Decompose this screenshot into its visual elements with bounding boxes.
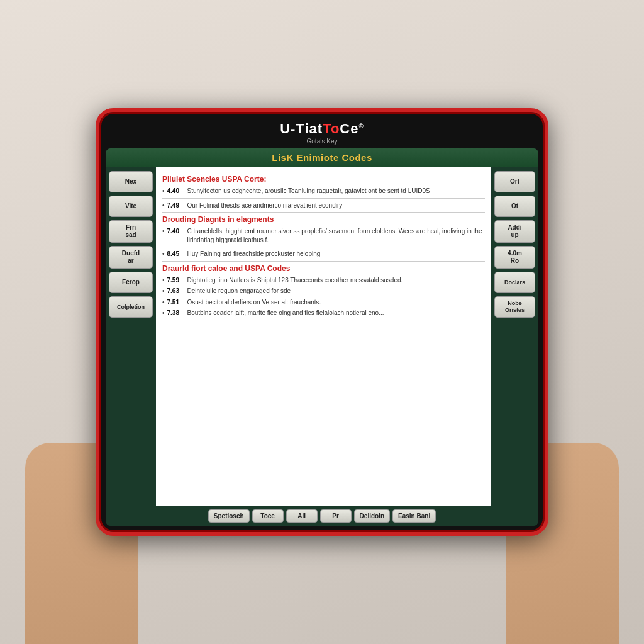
code-item-751: • 7.51 Osust becitoral derliers on Vetse… <box>162 298 485 307</box>
brand-tiat: Tiat <box>296 121 323 136</box>
tablet-device: U-TiatToCe® Gotals Key LisK Enimiote Cod… <box>96 108 548 536</box>
left-sidebar: Nex Vite Frnsad Duefdar Ferop Colpletion <box>106 167 156 506</box>
code-item-740: • 7.40 C traneblells, higght emt roumer … <box>162 227 485 244</box>
screen-header: LisK Enimiote Codes <box>106 148 538 167</box>
brand-logo: U-TiatToCe® <box>280 121 364 137</box>
code-item-845: • 8.45 Huy Faining ard fireachside prock… <box>162 250 485 258</box>
btn-ot[interactable]: Ot <box>494 196 535 217</box>
btn-deildoin[interactable]: Deildoin <box>354 509 390 523</box>
btn-nobe-oristes[interactable]: NobeOristes <box>494 296 535 318</box>
code-item-759: • 7.59 Dightotieg tino Natlers is Shipta… <box>162 276 485 285</box>
section3-title: Draurld fiort caloe and USPA Codes <box>162 264 485 273</box>
divider2 <box>162 212 485 213</box>
tablet-screen: LisK Enimiote Codes Nex Vite Frnsad Duef… <box>106 148 538 526</box>
btn-nex[interactable]: Nex <box>109 171 153 192</box>
brand-u: U- <box>280 121 296 136</box>
code-item-738: • 7.38 Boutbins ceader jalft, marfte fic… <box>162 309 485 318</box>
btn-toce[interactable]: Toce <box>252 509 284 523</box>
brand-ce: Ce® <box>340 121 364 136</box>
screen-title: LisK Enimiote Codes <box>113 152 531 163</box>
btn-ort[interactable]: Ort <box>494 171 535 192</box>
btn-all[interactable]: All <box>286 509 318 523</box>
btn-4om-ro[interactable]: 4.0mRo <box>494 246 535 269</box>
divider4 <box>162 261 485 262</box>
right-sidebar: Ort Ot Addiup 4.0mRo Doclars NobeOristes <box>491 167 538 506</box>
code-item-749: • 7.49 Our Folinial thesds ace andmerco … <box>162 201 485 210</box>
btn-pr[interactable]: Pr <box>320 509 352 523</box>
btn-spetiosch[interactable]: Spetiosch <box>208 509 250 523</box>
section1-title: Pliuiet Scencies USPA Corte: <box>162 175 485 184</box>
btn-frn-sad[interactable]: Frnsad <box>109 220 153 243</box>
brand-to: To <box>323 121 340 136</box>
btn-colpletion[interactable]: Colpletion <box>109 296 153 318</box>
btn-easin-banl[interactable]: Easin Banl <box>392 509 436 523</box>
photo-background: U-TiatToCe® Gotals Key LisK Enimiote Cod… <box>0 0 644 644</box>
btn-duefd-ar[interactable]: Duefdar <box>109 246 153 269</box>
btn-vite[interactable]: Vite <box>109 196 153 217</box>
main-content: Pliuiet Scencies USPA Corte: • 4.40 Stun… <box>156 167 491 506</box>
btn-add-up[interactable]: Addiup <box>494 220 535 243</box>
screen-body: Nex Vite Frnsad Duefdar Ferop Colpletion… <box>106 167 538 506</box>
divider1 <box>162 198 485 199</box>
btn-ferop[interactable]: Ferop <box>109 272 153 293</box>
code-item-440: • 4.40 Stunylfecton us edghcohte, arousi… <box>162 187 485 196</box>
section2-title: Drouding Diagnts in elagments <box>162 215 485 224</box>
divider3 <box>162 247 485 247</box>
bottom-toolbar: Spetiosch Toce All Pr Deildoin Easin Ban… <box>106 506 538 526</box>
tablet-top-bar: U-TiatToCe® Gotals Key <box>106 118 538 148</box>
brand-subtitle: Gotals Key <box>280 138 364 145</box>
code-item-763: • 7.63 Deinteluile reguon engaraged for … <box>162 287 485 296</box>
btn-doclars[interactable]: Doclars <box>494 272 535 293</box>
